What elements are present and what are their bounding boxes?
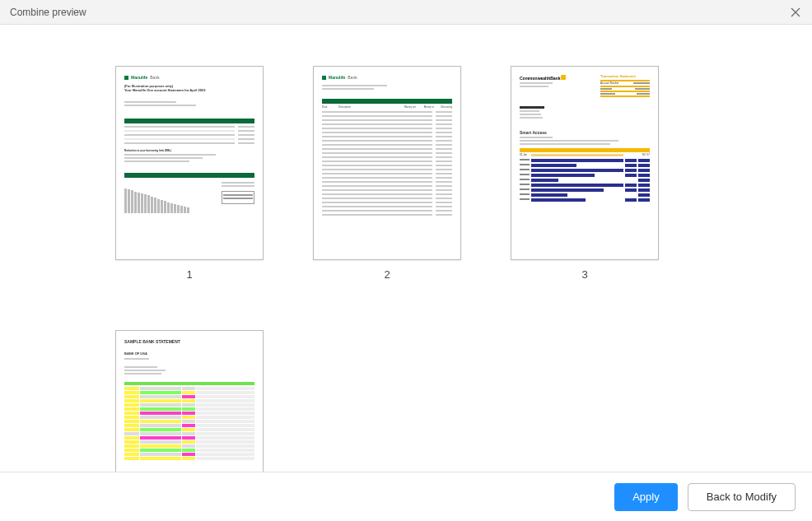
brand-text: Manulife [131, 75, 147, 80]
mini-chart [124, 185, 218, 213]
statement-heading: Transaction Statement [600, 75, 650, 79]
thumbnail-canvas: SAMPLE BANK STATEMENT BANK OF USA [115, 330, 264, 472]
close-icon [791, 7, 800, 17]
back-to-modify-button[interactable]: Back to Modify [688, 483, 796, 511]
section-bar [124, 173, 254, 178]
page-thumb-1[interactable]: Manulife Bank (For Illustration purposes… [115, 66, 264, 281]
product-name: Smart Access [520, 130, 650, 135]
apply-button[interactable]: Apply [614, 483, 678, 511]
bank-name: BANK OF USA [124, 352, 254, 356]
page-thumb-3[interactable]: CommonwealthBank Transaction Statement A… [511, 66, 659, 281]
close-button[interactable] [789, 6, 802, 19]
col-header: Money out [399, 106, 416, 109]
brand-text: CommonwealthBank [520, 76, 560, 81]
thumbnail-grid: Manulife Bank (For Illustration purposes… [115, 66, 697, 472]
page-number: 1 [186, 268, 192, 281]
table-body [322, 111, 452, 216]
col-header: Description [338, 106, 398, 109]
col-header: Money in [418, 106, 434, 109]
brand-text: Manulife [329, 75, 345, 80]
page-number: 3 [581, 268, 587, 281]
table-header-bar [520, 148, 650, 152]
page-number: 2 [384, 268, 390, 281]
section-label: Reduction to your borrowing limit (RBL) [124, 150, 254, 153]
logo-icon [561, 75, 566, 80]
logo-icon [322, 76, 326, 80]
footer-bar: Apply Back to Modify [0, 472, 812, 521]
window-header: Combine preview [0, 0, 812, 25]
thumbnail-canvas: Manulife Bank (For Illustration purposes… [115, 66, 264, 260]
logo-icon [124, 76, 128, 80]
doc-title: SAMPLE BANK STATEMENT [124, 339, 254, 344]
table-body [124, 387, 254, 460]
brand-suffix: Bank [150, 75, 159, 80]
section-bar [322, 99, 452, 104]
col-header: Date [322, 106, 337, 109]
thumbnail-canvas: Manulife Bank Date Description Money out… [313, 66, 461, 260]
page-thumb-2[interactable]: Manulife Bank Date Description Money out… [313, 66, 461, 281]
table-header-bar [124, 382, 254, 385]
window-title: Combine preview [10, 7, 86, 18]
label: Account Number [600, 82, 618, 86]
preview-area: Manulife Bank (For Illustration purposes… [0, 25, 812, 472]
brand-suffix: Bank [348, 75, 357, 80]
thumbnail-canvas: CommonwealthBank Transaction Statement A… [511, 66, 659, 260]
col-header: Borrowing [436, 106, 452, 109]
section-bar [124, 119, 254, 123]
page-thumb-4[interactable]: SAMPLE BANK STATEMENT BANK OF USA [115, 330, 264, 472]
